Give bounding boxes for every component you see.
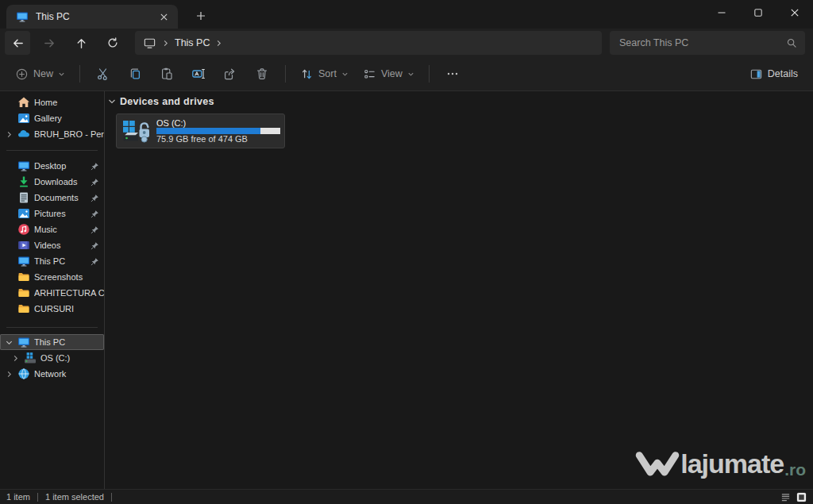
cut-icon[interactable] [89, 60, 118, 87]
sidebar-item-desktop[interactable]: Desktop [0, 158, 104, 174]
gallery-icon [17, 112, 30, 125]
sort-button[interactable]: Sort [293, 60, 356, 87]
tab-this-pc[interactable]: This PC [6, 5, 178, 29]
sidebar-item-downloads[interactable]: Downloads [0, 174, 104, 190]
maximize-icon[interactable] [740, 0, 776, 25]
lajumate-logo-icon [634, 448, 680, 479]
tree-item-os-c[interactable]: OS (C:) [6, 350, 104, 366]
large-icons-view-toggle-icon[interactable] [796, 492, 807, 502]
tree-item-label: This PC [34, 337, 104, 347]
monitor-icon [143, 37, 156, 50]
minimize-icon[interactable] [703, 0, 740, 25]
sidebar-item-screenshots[interactable]: Screenshots [0, 269, 104, 285]
sidebar-divider [6, 150, 98, 151]
refresh-icon[interactable] [100, 31, 125, 55]
file-explorer-window: This PC [0, 0, 813, 504]
chevron-right-icon[interactable] [5, 371, 13, 378]
drive-tile-os-c[interactable]: OS (C:) 75.9 GB free of 474 GB [116, 113, 285, 148]
details-view-toggle-icon[interactable] [780, 492, 791, 502]
search-input[interactable] [618, 37, 786, 49]
chevron-down-icon[interactable] [5, 339, 13, 346]
sort-button-label: Sort [318, 68, 337, 79]
pin-icon [91, 241, 100, 250]
more-icon[interactable] [438, 60, 467, 87]
chevron-right-icon[interactable] [162, 40, 169, 47]
sidebar-item-label: Music [34, 225, 87, 234]
chevron-down-icon [108, 98, 116, 106]
chevron-right-icon[interactable] [5, 131, 13, 138]
folder-icon [17, 287, 30, 299]
up-icon[interactable] [68, 31, 94, 55]
tree-item-this-pc[interactable]: This PC [0, 334, 104, 350]
paste-icon[interactable] [152, 60, 181, 87]
status-divider [37, 493, 38, 502]
forward-icon[interactable] [37, 31, 62, 55]
sidebar-item-pictures[interactable]: Pictures [0, 206, 104, 221]
group-header-devices-and-drives[interactable]: Devices and drives [108, 96, 813, 107]
desktop-icon [17, 160, 30, 172]
pin-icon [91, 162, 100, 171]
tab-strip: This PC [0, 0, 813, 29]
toolbar-divider [285, 65, 286, 83]
selected-count: 1 item selected [45, 492, 104, 502]
pictures-icon [17, 207, 30, 220]
tab-close-icon[interactable] [156, 9, 171, 25]
pin-icon [91, 257, 100, 266]
sidebar-item-label: This PC [34, 256, 87, 266]
chevron-right-icon[interactable] [11, 355, 20, 362]
sidebar-item-documents[interactable]: Documents [0, 190, 104, 206]
back-icon[interactable] [5, 31, 30, 55]
new-button[interactable]: New [8, 60, 72, 87]
videos-icon [17, 239, 30, 252]
drive-storage-text: 75.9 GB free of 474 GB [156, 134, 279, 144]
breadcrumb-this-pc[interactable]: This PC [175, 37, 210, 48]
sidebar-item-label: Gallery [34, 113, 104, 123]
close-window-icon[interactable] [776, 0, 813, 25]
sort-icon [300, 67, 314, 81]
explorer-body: Home Gallery BRUH_BRO - Person [0, 91, 813, 489]
sidebar-divider [6, 327, 98, 328]
sidebar-item-home[interactable]: Home [0, 94, 104, 110]
details-pane-icon [749, 67, 763, 81]
file-list-area: Devices and drives OS [105, 91, 813, 489]
view-button[interactable]: View [356, 60, 422, 87]
documents-icon [17, 191, 30, 204]
watermark-tld: .ro [784, 461, 806, 478]
sidebar-item-cursuri[interactable]: CURSURI [0, 301, 104, 317]
window-controls [703, 0, 813, 25]
address-bar[interactable]: This PC [135, 31, 602, 55]
sidebar-item-label: Desktop [34, 161, 87, 171]
sidebar-item-gallery[interactable]: Gallery [0, 110, 104, 126]
downloads-icon [17, 175, 30, 188]
sidebar-item-arhitectura-cursuri[interactable]: ARHITECTURA CURSURI [0, 285, 104, 301]
new-tab-icon[interactable] [191, 6, 211, 26]
sidebar-item-music[interactable]: Music [0, 221, 104, 237]
status-divider [111, 493, 112, 502]
share-icon[interactable] [216, 60, 245, 87]
drive-usage-bar [156, 128, 280, 134]
search-icon[interactable] [786, 37, 797, 48]
drive-name: OS (C:) [156, 118, 279, 128]
rename-icon[interactable] [184, 60, 213, 87]
view-button-label: View [381, 68, 403, 79]
tree-item-network[interactable]: Network [0, 366, 104, 382]
chevron-down-icon [341, 71, 349, 78]
new-button-label: New [33, 68, 53, 79]
search-box[interactable] [610, 31, 805, 55]
sidebar-item-this-pc[interactable]: This PC [0, 253, 104, 269]
sidebar-item-label: Documents [34, 193, 87, 202]
sidebar-item-videos[interactable]: Videos [0, 237, 104, 253]
sidebar-item-label: CURSURI [34, 304, 104, 314]
copy-icon[interactable] [121, 60, 149, 87]
this-pc-icon [17, 336, 30, 348]
drive-usage-fill [156, 128, 260, 134]
item-count: 1 item [6, 492, 30, 502]
os-drive-icon [24, 352, 37, 364]
delete-icon[interactable] [248, 60, 276, 87]
details-button[interactable]: Details [742, 60, 805, 87]
bitlocker-drive-icon [121, 117, 151, 146]
chevron-right-icon[interactable] [215, 40, 222, 47]
sidebar-item-label: Videos [34, 240, 87, 250]
sidebar-item-onedrive[interactable]: BRUH_BRO - Person [0, 126, 104, 142]
music-icon [17, 223, 30, 236]
